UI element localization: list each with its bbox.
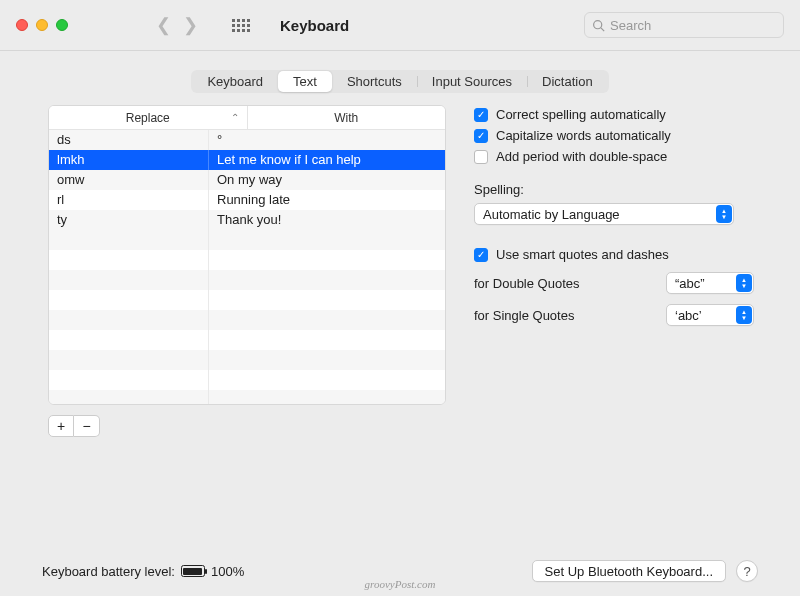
table-row[interactable]: tyThank you! bbox=[49, 210, 445, 230]
table-row-empty bbox=[49, 390, 445, 405]
opt-smart-quotes[interactable]: ✓ Use smart quotes and dashes bbox=[474, 247, 754, 262]
tab-input-sources[interactable]: Input Sources bbox=[417, 71, 527, 92]
window-title: Keyboard bbox=[280, 17, 349, 34]
table-row-empty bbox=[49, 350, 445, 370]
tab-keyboard[interactable]: Keyboard bbox=[192, 71, 278, 92]
checkbox-icon[interactable]: ✓ bbox=[474, 129, 488, 143]
table-row-empty bbox=[49, 370, 445, 390]
back-icon[interactable]: ❮ bbox=[156, 14, 171, 36]
text-panel: Replace ⌃ With ds°lmkhLet me know if I c… bbox=[20, 105, 780, 542]
cell-with: Running late bbox=[209, 190, 445, 210]
table-row-empty bbox=[49, 330, 445, 350]
double-quotes-popup[interactable]: “abc” ▲▼ bbox=[666, 272, 754, 294]
table-row[interactable]: rlRunning late bbox=[49, 190, 445, 210]
battery-percent: 100% bbox=[211, 564, 244, 579]
table-row-empty bbox=[49, 250, 445, 270]
remove-button[interactable]: − bbox=[74, 415, 100, 437]
cell-replace: omw bbox=[49, 170, 209, 190]
content-area: KeyboardTextShortcutsInput SourcesDictat… bbox=[0, 50, 800, 596]
replacements-column: Replace ⌃ With ds°lmkhLet me know if I c… bbox=[48, 105, 446, 542]
titlebar: ❮ ❯ Keyboard Search bbox=[0, 0, 800, 50]
table-row-empty bbox=[49, 290, 445, 310]
checkbox-icon[interactable]: ✓ bbox=[474, 248, 488, 262]
table-row-empty bbox=[49, 270, 445, 290]
cell-with: Let me know if I can help bbox=[209, 150, 445, 170]
table-body: ds°lmkhLet me know if I can helpomwOn my… bbox=[49, 130, 445, 405]
checkbox-icon[interactable]: ✓ bbox=[474, 108, 488, 122]
add-button[interactable]: + bbox=[48, 415, 74, 437]
tab-shortcuts[interactable]: Shortcuts bbox=[332, 71, 417, 92]
nav-arrows: ❮ ❯ bbox=[156, 14, 198, 36]
table-row[interactable]: lmkhLet me know if I can help bbox=[49, 150, 445, 170]
replacements-table[interactable]: Replace ⌃ With ds°lmkhLet me know if I c… bbox=[48, 105, 446, 405]
popup-arrows-icon: ▲▼ bbox=[736, 274, 752, 292]
minimize-icon[interactable] bbox=[36, 19, 48, 31]
options-column: ✓ Correct spelling automatically ✓ Capit… bbox=[474, 105, 754, 542]
search-icon bbox=[592, 19, 605, 32]
double-quotes-row: for Double Quotes “abc” ▲▼ bbox=[474, 272, 754, 294]
cell-with: On my way bbox=[209, 170, 445, 190]
opt-capitalize[interactable]: ✓ Capitalize words automatically bbox=[474, 128, 754, 143]
cell-with: Thank you! bbox=[209, 210, 445, 230]
cell-replace: rl bbox=[49, 190, 209, 210]
opt-add-period[interactable]: Add period with double-space bbox=[474, 149, 754, 164]
checkbox-icon[interactable] bbox=[474, 150, 488, 164]
help-button[interactable]: ? bbox=[736, 560, 758, 582]
opt-correct-spelling[interactable]: ✓ Correct spelling automatically bbox=[474, 107, 754, 122]
tab-dictation[interactable]: Dictation bbox=[527, 71, 608, 92]
battery-label: Keyboard battery level: bbox=[42, 564, 175, 579]
window-controls bbox=[16, 19, 68, 31]
spelling-label: Spelling: bbox=[474, 182, 754, 197]
cell-replace: lmkh bbox=[49, 150, 209, 170]
svg-line-1 bbox=[601, 27, 604, 30]
single-quotes-popup[interactable]: ‘abc’ ▲▼ bbox=[666, 304, 754, 326]
col-with[interactable]: With bbox=[248, 106, 446, 129]
show-all-icon[interactable] bbox=[232, 19, 250, 32]
table-row[interactable]: omwOn my way bbox=[49, 170, 445, 190]
spelling-popup[interactable]: Automatic by Language ▲▼ bbox=[474, 203, 734, 225]
cell-replace: ds bbox=[49, 130, 209, 150]
col-replace[interactable]: Replace ⌃ bbox=[49, 106, 248, 129]
search-placeholder: Search bbox=[610, 18, 651, 33]
tab-bar: KeyboardTextShortcutsInput SourcesDictat… bbox=[191, 70, 608, 93]
popup-arrows-icon: ▲▼ bbox=[716, 205, 732, 223]
svg-point-0 bbox=[594, 20, 602, 28]
tab-text[interactable]: Text bbox=[278, 71, 332, 92]
table-header: Replace ⌃ With bbox=[49, 106, 445, 130]
zoom-icon[interactable] bbox=[56, 19, 68, 31]
popup-arrows-icon: ▲▼ bbox=[736, 306, 752, 324]
watermark: groovyPost.com bbox=[365, 578, 436, 590]
single-quotes-row: for Single Quotes ‘abc’ ▲▼ bbox=[474, 304, 754, 326]
table-row-empty bbox=[49, 230, 445, 250]
table-row[interactable]: ds° bbox=[49, 130, 445, 150]
table-row-empty bbox=[49, 310, 445, 330]
search-field[interactable]: Search bbox=[584, 12, 784, 38]
cell-with: ° bbox=[209, 130, 445, 150]
table-buttons: + − bbox=[48, 415, 446, 437]
forward-icon: ❯ bbox=[183, 14, 198, 36]
sort-icon: ⌃ bbox=[231, 112, 239, 123]
bluetooth-keyboard-button[interactable]: Set Up Bluetooth Keyboard... bbox=[532, 560, 726, 582]
cell-replace: ty bbox=[49, 210, 209, 230]
close-icon[interactable] bbox=[16, 19, 28, 31]
battery-icon bbox=[181, 565, 205, 577]
